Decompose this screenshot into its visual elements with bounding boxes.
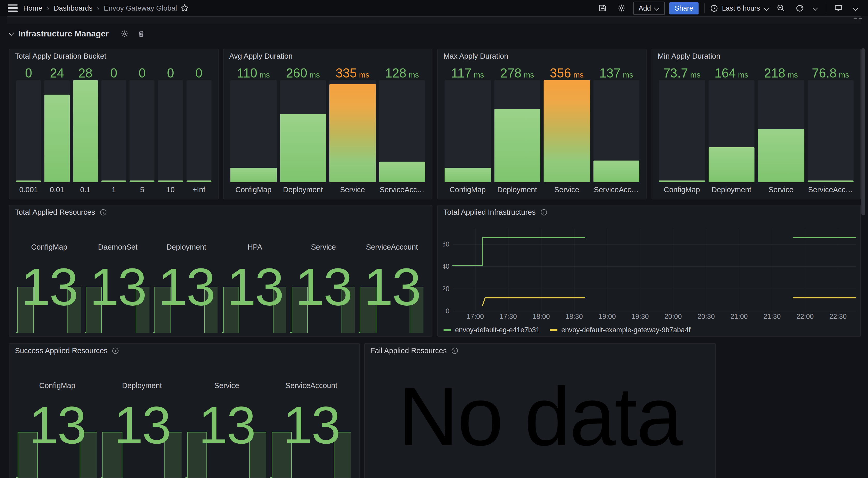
stat-value: 13 [184, 399, 269, 452]
gauge-value: 117ms [444, 62, 491, 80]
gauge-column: 76.8msServiceAcc… [807, 62, 854, 195]
nav-more-chevron-icon[interactable] [853, 5, 858, 10]
stat-label: DaemonSet [98, 243, 137, 253]
gauge-bar-label: 5 [130, 184, 155, 196]
gauge-bar-track [101, 80, 126, 182]
panel-title[interactable]: Fail Applied Resources [370, 347, 459, 355]
panel-title[interactable]: Max Apply Duration [443, 52, 508, 60]
refresh-interval-chevron-icon[interactable] [813, 5, 817, 10]
info-icon[interactable] [112, 347, 119, 355]
chevron-down-icon [764, 5, 769, 10]
stat-label: Deployment [122, 381, 162, 391]
add-button[interactable]: Add [633, 1, 665, 14]
row-title[interactable]: Infrastructure Manager [18, 29, 109, 38]
svg-text:20:30: 20:30 [698, 312, 715, 320]
stat-grid: ConfigMap13DaemonSet13Deployment13HPA13S… [15, 218, 426, 332]
stat-label: ServiceAccount [285, 381, 337, 391]
gauge-column: 280.1 [73, 62, 98, 195]
stat-label: ServiceAccount [366, 243, 418, 253]
gauge-column: 128msServiceAcc… [379, 62, 425, 195]
panel-total-apply-duration-bucket: Total Apply Duration Bucket 00.001240.01… [9, 49, 219, 200]
gauge-column: 164msDeployment [708, 62, 754, 195]
gauge-bar-track [758, 80, 804, 182]
panel-title[interactable]: Min Apply Duration [658, 52, 720, 60]
legend-series-dash [443, 329, 451, 331]
svg-text:19:30: 19:30 [631, 312, 649, 320]
gauge-value-unit: ms [690, 70, 701, 79]
svg-text:19:00: 19:00 [598, 312, 616, 320]
gauge-bar-track [73, 80, 98, 182]
gauge-column: 010 [158, 62, 183, 195]
gauge-value: 0 [130, 62, 155, 80]
gauge-value: 0 [16, 62, 41, 80]
legend-item[interactable]: envoy-default-eg-e41e7b31 [443, 326, 540, 334]
top-nav: Home › Dashboards › Envoy Gateway Global… [0, 0, 868, 16]
svg-text:40: 40 [443, 263, 450, 270]
stat-cell: Service13 [184, 357, 269, 478]
panel-title[interactable]: Avg Apply Duration [229, 52, 293, 60]
gauge-value: 278ms [494, 62, 540, 80]
gauge-bar-fill [158, 181, 183, 182]
time-range-picker[interactable]: Last 6 hours [710, 4, 769, 12]
info-icon[interactable] [451, 347, 459, 355]
divider [825, 3, 826, 13]
legend-series-name: envoy-default-eg-e41e7b31 [455, 326, 540, 334]
breadcrumb-separator: › [47, 4, 49, 12]
scrollbar-thumb[interactable] [861, 48, 865, 215]
stat-label: Deployment [166, 243, 206, 253]
gauge-bar-label: ConfigMap [444, 184, 491, 196]
menu-icon[interactable] [8, 4, 18, 12]
row-collapse-chevron-icon[interactable] [9, 30, 14, 35]
stat-cell: ConfigMap13 [15, 357, 100, 478]
zoom-out-icon[interactable] [776, 4, 785, 12]
stat-cell: Deployment13 [152, 218, 221, 332]
legend-item[interactable]: envoy-default-example-gateway-9b7aba4f [550, 326, 690, 334]
settings-gear-icon[interactable] [617, 4, 626, 12]
gauge-bar-track [807, 80, 854, 182]
gauge-column: 01 [101, 62, 126, 195]
gauge-bar-fill [758, 129, 804, 182]
stat-label: ConfigMap [31, 243, 67, 253]
legend-series-dash [550, 329, 557, 331]
gauge-bar-fill [330, 85, 376, 182]
gauge-bar-fill [807, 181, 854, 182]
info-icon[interactable] [540, 209, 548, 216]
share-button[interactable]: Share [669, 2, 699, 14]
gauge-bar-fill [659, 181, 705, 182]
gauge-value: 164ms [708, 62, 754, 80]
panel-title[interactable]: Total Apply Duration Bucket [15, 52, 106, 60]
svg-text:17:00: 17:00 [467, 312, 484, 320]
gauge-bar-fill [73, 80, 98, 182]
gauge-bar-track [187, 80, 212, 182]
panel-title[interactable]: Success Applied Resources [15, 347, 119, 355]
breadcrumb-home[interactable]: Home [23, 4, 42, 12]
bar-gauge: 00.001240.01280.101050100+Inf [16, 62, 211, 195]
gauge-value-unit: ms [738, 70, 748, 79]
breadcrumb-separator: › [97, 4, 99, 12]
save-icon[interactable] [598, 4, 607, 12]
gauge-column: 05 [130, 62, 155, 195]
row-delete-trash-icon[interactable] [137, 30, 145, 37]
refresh-icon[interactable] [795, 4, 804, 12]
panel-fail-applied-resources: Fail Applied Resources No data [364, 343, 716, 478]
breadcrumb-dashboards[interactable]: Dashboards [54, 4, 92, 12]
star-icon[interactable] [180, 4, 189, 12]
svg-text:18:00: 18:00 [532, 312, 550, 320]
stat-value: 13 [100, 399, 184, 452]
gauge-bar-label: ServiceAcc… [593, 184, 640, 196]
tv-mode-icon[interactable] [834, 4, 842, 12]
info-icon[interactable] [99, 209, 107, 216]
panel-title[interactable]: Total Applied Infrastructures [443, 208, 547, 216]
stat-label: ConfigMap [39, 381, 75, 391]
panel-title[interactable]: Total Applied Resources [15, 208, 107, 216]
bar-gauge: 110msConfigMap260msDeployment335msServic… [230, 62, 425, 195]
panel-total-applied-infrastructures: Total Applied Infrastructures 020406017:… [437, 205, 861, 337]
gauge-value: 110ms [230, 62, 276, 80]
row-settings-gear-icon[interactable] [121, 30, 129, 37]
grafana-dashboard: Home › Dashboards › Envoy Gateway Global… [0, 0, 868, 478]
gauge-bar-track [230, 80, 276, 182]
cutoff-panel-row [7, 16, 861, 24]
gauge-bar-label: Deployment [494, 184, 540, 196]
gauge-bar-label: ServiceAcc… [807, 184, 854, 196]
gauge-bar-label: Service [330, 184, 376, 196]
